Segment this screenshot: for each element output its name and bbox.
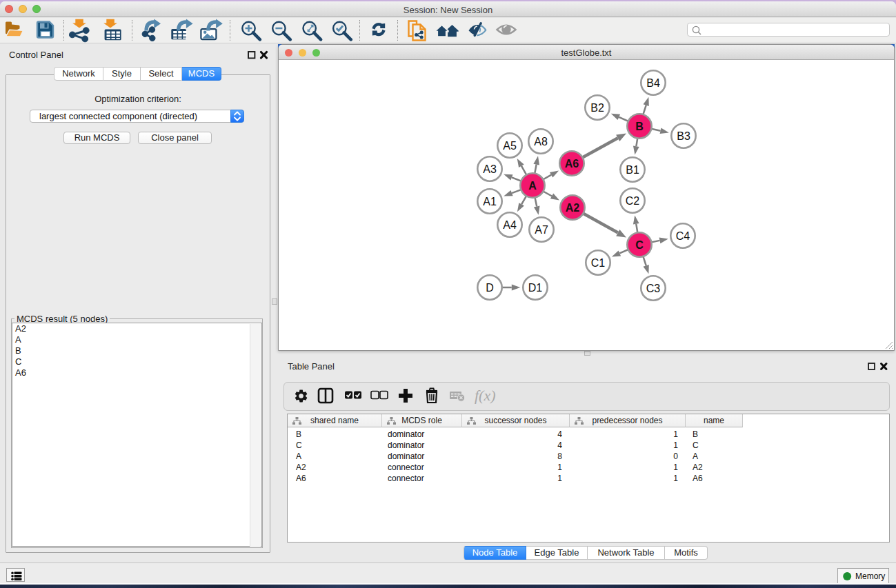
svg-text:B4: B4 bbox=[646, 77, 660, 89]
svg-text:C4: C4 bbox=[676, 230, 690, 242]
svg-text:B3: B3 bbox=[677, 130, 690, 142]
svg-text:A5: A5 bbox=[503, 140, 517, 152]
svg-text:C2: C2 bbox=[626, 195, 640, 207]
svg-text:B1: B1 bbox=[626, 164, 639, 176]
svg-text:C3: C3 bbox=[646, 283, 661, 294]
svg-text:C: C bbox=[635, 239, 644, 251]
svg-text:D: D bbox=[486, 282, 494, 294]
svg-text:B: B bbox=[635, 121, 644, 132]
svg-text:A3: A3 bbox=[483, 163, 497, 175]
svg-text:A6: A6 bbox=[565, 158, 579, 170]
svg-text:A1: A1 bbox=[483, 196, 497, 207]
svg-text:C1: C1 bbox=[591, 257, 606, 269]
svg-text:A4: A4 bbox=[503, 219, 517, 231]
svg-text:B2: B2 bbox=[590, 102, 604, 114]
svg-text:A2: A2 bbox=[566, 202, 580, 214]
svg-text:A8: A8 bbox=[534, 136, 548, 148]
svg-text:A7: A7 bbox=[535, 224, 548, 236]
svg-text:f(x): f(x) bbox=[475, 387, 496, 404]
svg-text:D1: D1 bbox=[528, 282, 543, 294]
svg-text:A: A bbox=[528, 180, 537, 192]
